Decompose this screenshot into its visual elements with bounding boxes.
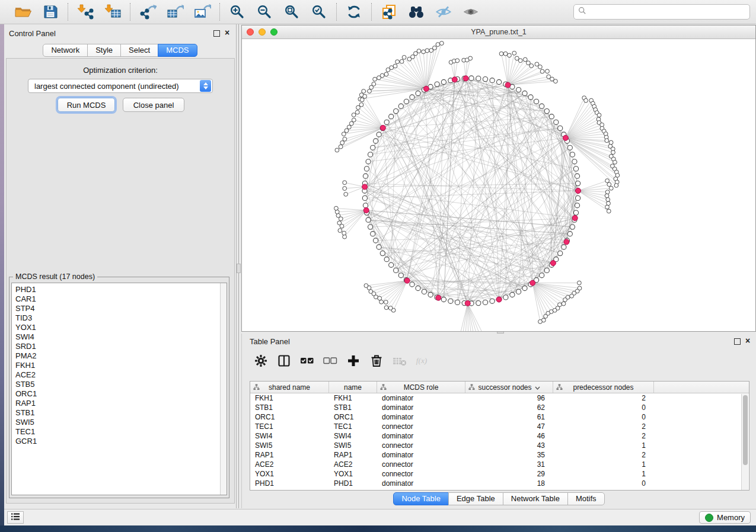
ring-node[interactable] <box>389 114 394 119</box>
table-row[interactable]: STB1STB1dominator620 <box>250 403 749 412</box>
ring-node[interactable] <box>441 79 446 84</box>
mcds-result-item[interactable]: TEC1 <box>12 427 227 437</box>
leaf-node[interactable] <box>605 205 610 209</box>
import-network-icon[interactable] <box>76 4 94 20</box>
leaf-node[interactable] <box>605 139 609 143</box>
tab-edge-table[interactable]: Edge Table <box>448 492 503 505</box>
tab-mcds[interactable]: MCDS <box>158 44 197 57</box>
mcds-result-item[interactable]: SRD1 <box>12 342 227 351</box>
leaf-node[interactable] <box>343 137 347 141</box>
leaf-node[interactable] <box>540 69 544 73</box>
leaf-node[interactable] <box>356 105 361 110</box>
leaf-node[interactable] <box>609 186 613 190</box>
zoom-fit-icon[interactable] <box>283 4 301 20</box>
ring-node[interactable] <box>476 76 481 81</box>
mcds-result-item[interactable]: RAP1 <box>12 399 227 408</box>
leaf-node[interactable] <box>578 281 582 285</box>
leaf-node[interactable] <box>390 66 394 70</box>
mcds-hub-node[interactable] <box>465 300 470 306</box>
table-row[interactable]: YOX1YOX1connector291 <box>250 469 749 479</box>
mcds-hub-node[interactable] <box>404 278 410 283</box>
ring-node[interactable] <box>522 91 527 95</box>
leaf-node[interactable] <box>363 94 367 98</box>
ring-node[interactable] <box>455 300 460 305</box>
ring-node[interactable] <box>567 232 572 236</box>
show-graphics-details-icon[interactable] <box>462 4 480 20</box>
leaf-node[interactable] <box>343 187 347 191</box>
mcds-result-item[interactable]: STP4 <box>12 304 227 313</box>
leaf-node[interactable] <box>395 60 400 64</box>
splitter-grip[interactable] <box>237 264 241 273</box>
ring-node[interactable] <box>363 174 368 178</box>
mcds-result-item[interactable]: YOX1 <box>12 323 227 332</box>
table-row[interactable]: RAP1RAP1dominator352 <box>250 450 749 460</box>
float-table-panel-icon[interactable] <box>734 338 741 345</box>
ring-node[interactable] <box>389 262 394 267</box>
table-scrollbar[interactable] <box>741 394 748 491</box>
ring-node[interactable] <box>558 251 563 256</box>
leaf-node[interactable] <box>613 160 617 164</box>
ring-node[interactable] <box>575 203 579 208</box>
ring-node[interactable] <box>534 99 539 104</box>
ring-node[interactable] <box>384 120 389 124</box>
leaf-node[interactable] <box>372 82 376 86</box>
ring-node[interactable] <box>377 245 381 249</box>
leaf-node[interactable] <box>546 69 550 73</box>
leaf-node[interactable] <box>562 302 566 306</box>
network-window-titlebar[interactable]: YPA_prune.txt_1 <box>242 25 755 39</box>
leaf-node[interactable] <box>605 190 610 194</box>
mcds-hub-node[interactable] <box>423 86 429 91</box>
zoom-in-icon[interactable] <box>228 4 246 20</box>
leaf-node[interactable] <box>362 89 366 94</box>
leaf-node[interactable] <box>344 129 349 133</box>
ring-node[interactable] <box>410 95 414 100</box>
tab-network[interactable]: Network <box>43 44 88 57</box>
mcds-result-item[interactable]: TID3 <box>12 313 227 323</box>
memory-button[interactable]: Memory <box>699 511 751 524</box>
leaf-node[interactable] <box>393 64 397 68</box>
leaf-node[interactable] <box>402 55 406 59</box>
leaf-node[interactable] <box>342 132 346 136</box>
ring-node[interactable] <box>549 114 554 119</box>
mcds-hub-node[interactable] <box>452 77 457 82</box>
leaf-node[interactable] <box>417 49 421 53</box>
clone-network-icon[interactable] <box>380 4 398 20</box>
mcds-hub-node[interactable] <box>380 125 385 130</box>
mcds-result-item[interactable]: CAR1 <box>12 294 227 304</box>
choose-columns-icon[interactable] <box>276 352 292 369</box>
mcds-hub-node[interactable] <box>436 295 441 300</box>
leaf-node[interactable] <box>455 59 460 63</box>
mcds-hub-node[interactable] <box>530 280 535 286</box>
leaf-node[interactable] <box>597 113 601 117</box>
close-panel-button[interactable]: Close panel <box>123 98 184 112</box>
tab-network-table[interactable]: Network Table <box>503 492 568 505</box>
ring-node[interactable] <box>366 217 371 222</box>
save-icon[interactable] <box>42 4 59 20</box>
leaf-node[interactable] <box>614 184 618 188</box>
ring-node[interactable] <box>576 181 580 186</box>
export-image-icon[interactable] <box>193 4 211 20</box>
leaf-node[interactable] <box>388 306 393 310</box>
leaf-node[interactable] <box>360 98 364 102</box>
leaf-node[interactable] <box>359 102 363 107</box>
leaf-node[interactable] <box>433 46 437 50</box>
mcds-hub-node[interactable] <box>463 76 468 81</box>
mcds-hub-node[interactable] <box>505 82 511 88</box>
ring-node[interactable] <box>394 268 398 273</box>
ring-node[interactable] <box>528 95 533 100</box>
settings-gear-icon[interactable] <box>253 352 269 369</box>
column-header-MCDS-role[interactable]: MCDS role <box>377 382 465 393</box>
leaf-node[interactable] <box>611 150 615 155</box>
mcds-result-item[interactable]: STB5 <box>12 380 227 389</box>
deselect-all-icon[interactable] <box>322 352 339 369</box>
ring-node[interactable] <box>572 159 577 164</box>
leaf-node[interactable] <box>334 206 339 210</box>
ring-node[interactable] <box>364 166 369 171</box>
leaf-node[interactable] <box>584 98 588 102</box>
ring-node[interactable] <box>516 88 521 92</box>
open-folder-icon[interactable] <box>14 4 32 20</box>
leaf-node[interactable] <box>380 73 384 78</box>
leaf-node[interactable] <box>411 55 415 59</box>
ring-node[interactable] <box>573 210 578 215</box>
table-row[interactable]: SWI5SWI5connector431 <box>250 441 749 450</box>
